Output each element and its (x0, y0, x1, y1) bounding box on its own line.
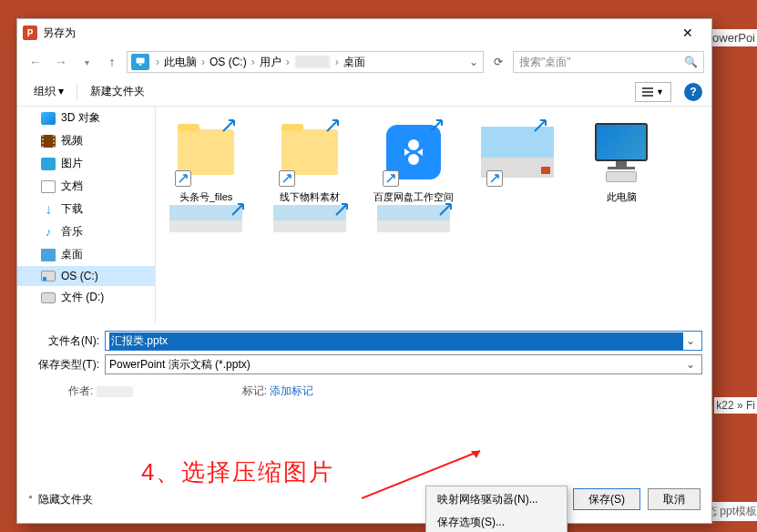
bg-text-fragment: k22 » Fi (714, 397, 757, 414)
filename-label: 文件名(N): (26, 333, 105, 349)
up-button[interactable]: ↑ (101, 51, 123, 73)
recent-dropdown[interactable]: ▾ (76, 51, 97, 73)
bottom-bar: 隐藏文件夹 工具(L)▼ 保存(S) 取消 (17, 479, 711, 523)
svg-marker-6 (471, 451, 480, 458)
file-item[interactable] (163, 203, 249, 234)
tags-label: 标记: (242, 384, 267, 397)
path-seg-pc[interactable]: 此电脑 (162, 55, 199, 70)
tree-item[interactable]: 文档 (17, 175, 155, 198)
forward-button[interactable]: → (50, 51, 72, 73)
cancel-button[interactable]: 取消 (648, 488, 701, 510)
filename-value: 汇报类.pptx (109, 332, 683, 350)
tree-item[interactable]: 桌面 (17, 243, 155, 266)
svg-rect-3 (642, 91, 653, 93)
add-tags-link[interactable]: 添加标记 (270, 384, 313, 397)
pc-path-icon (131, 54, 149, 70)
close-button[interactable]: ✕ (670, 26, 706, 40)
form-area: 文件名(N): 汇报类.pptx ⌄ 保存类型(T): PowerPoint 演… (17, 323, 711, 403)
file-item[interactable] (267, 203, 353, 234)
new-folder-button[interactable]: 新建文件夹 (83, 81, 152, 102)
dialog-title: 另存为 (43, 26, 670, 41)
path-sep-icon: › (199, 56, 208, 68)
titlebar: P 另存为 ✕ (17, 19, 711, 46)
tree-item[interactable]: ♪音乐 (17, 220, 155, 243)
savetype-label: 保存类型(T): (26, 357, 105, 373)
menu-item[interactable]: 保存选项(S)... (428, 511, 565, 532)
hide-folders-toggle[interactable]: 隐藏文件夹 (28, 492, 93, 507)
bg-text-fragment: owerPoi (711, 29, 757, 46)
chevron-down-icon[interactable]: ⌄ (683, 358, 698, 371)
search-input[interactable]: 搜索"桌面" 🔍 (513, 51, 704, 73)
toolbar: 组织 ▾ 新建文件夹 ▼ ? (17, 77, 711, 107)
svg-rect-2 (642, 87, 653, 89)
path-seg-desktop[interactable]: 桌面 (342, 55, 367, 70)
chevron-down-icon: ▼ (656, 87, 664, 97)
path-seg-users[interactable]: 用户 (258, 55, 283, 70)
file-item[interactable] (475, 116, 560, 203)
path-sep-icon: › (283, 56, 292, 68)
redacted-author (97, 386, 133, 397)
back-button[interactable]: ← (25, 51, 46, 73)
save-button[interactable]: 保存(S) (573, 488, 640, 510)
tree-item[interactable]: OS (C:) (17, 266, 155, 286)
separator (77, 84, 77, 100)
svg-rect-4 (642, 95, 653, 97)
tree-item[interactable]: 3D 对象 (17, 107, 155, 129)
tree-item[interactable]: 视频 (17, 129, 155, 152)
tree-item[interactable]: 图片 (17, 152, 155, 175)
file-item[interactable] (371, 203, 456, 234)
view-mode-button[interactable]: ▼ (635, 82, 671, 102)
svg-rect-1 (139, 64, 142, 66)
tree-item[interactable]: 文件 (D:) (17, 286, 155, 309)
refresh-button[interactable]: ⟳ (487, 51, 509, 73)
author-label: 作者: (68, 384, 93, 397)
tree-item[interactable]: ↓下载 (17, 198, 155, 220)
help-button[interactable]: ? (684, 83, 702, 101)
redacted-segment (295, 56, 330, 68)
search-placeholder: 搜索"桌面" (519, 55, 684, 70)
annotation: 4、选择压缩图片 (141, 456, 334, 488)
nav-row: ← → ▾ ↑ › 此电脑 › OS (C:) › 用户 › › 桌面 ⌄ ⟳ … (17, 46, 711, 77)
file-item[interactable]: 线下物料素材 (267, 116, 353, 203)
list-icon (642, 87, 653, 97)
path-sep-icon: › (153, 56, 162, 68)
folder-tree[interactable]: 3D 对象视频图片文档↓下载♪音乐桌面OS (C:)文件 (D:) (17, 107, 156, 323)
filename-input[interactable]: 汇报类.pptx ⌄ (105, 331, 702, 351)
path-sep-icon: › (249, 56, 258, 68)
powerpoint-icon: P (23, 26, 37, 40)
address-bar[interactable]: › 此电脑 › OS (C:) › 用户 › › 桌面 ⌄ (127, 51, 484, 73)
menu-item[interactable]: 映射网络驱动器(N)... (428, 488, 565, 511)
file-list[interactable]: 头条号_files线下物料素材百度网盘工作空间此电脑 (156, 107, 711, 323)
path-seg-drive[interactable]: OS (C:) (208, 56, 249, 68)
organize-button[interactable]: 组织 ▾ (26, 81, 71, 102)
path-dropdown[interactable]: ⌄ (465, 56, 483, 68)
file-item[interactable]: 此电脑 (578, 116, 664, 203)
file-item[interactable]: 头条号_files (163, 116, 249, 203)
savetype-select[interactable]: PowerPoint 演示文稿 (*.pptx) ⌄ (105, 354, 702, 374)
svg-rect-0 (137, 58, 145, 64)
chevron-down-icon[interactable]: ⌄ (683, 334, 698, 347)
path-sep-icon: › (332, 56, 342, 68)
tools-menu: 映射网络驱动器(N)...保存选项(S)...常规选项(G)...压缩图片(C)… (425, 486, 568, 532)
save-as-dialog: P 另存为 ✕ ← → ▾ ↑ › 此电脑 › OS (C:) › 用户 › ›… (16, 18, 712, 524)
file-item[interactable]: 百度网盘工作空间 (371, 116, 456, 203)
savetype-value: PowerPoint 演示文稿 (*.pptx) (109, 357, 683, 373)
search-icon: 🔍 (684, 56, 698, 68)
annotation-text: 4、选择压缩图片 (141, 456, 334, 488)
